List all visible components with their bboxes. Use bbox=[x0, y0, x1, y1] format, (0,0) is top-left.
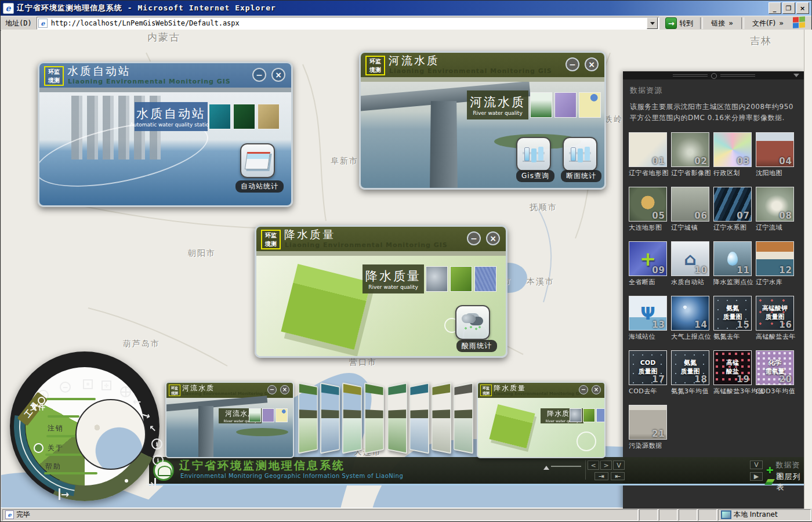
resource-item[interactable]: 化学 需氧量20COD3年均值 bbox=[756, 350, 794, 396]
carousel-collapse-button[interactable]: V bbox=[613, 461, 625, 470]
layout-left-button[interactable]: ⇤ bbox=[611, 472, 625, 480]
resource-item[interactable]: 21污染源数据 bbox=[629, 405, 667, 450]
resource-item[interactable]: 14大气上报点位 bbox=[671, 296, 709, 341]
restore-button[interactable]: ❐ bbox=[782, 2, 795, 14]
thumbnail[interactable] bbox=[583, 408, 595, 422]
resource-item[interactable]: 高锰酸钾 质量图16高锰酸盐去年 bbox=[756, 296, 794, 341]
resource-item[interactable]: 03行政区划 bbox=[713, 132, 752, 177]
page-scrollbar[interactable] bbox=[804, 30, 812, 509]
exit-icon[interactable]: → bbox=[59, 488, 69, 500]
ring-tool-menu[interactable]: 工具 + − ⌗ ✣ ← → ↖ i i → → 文件 注销 关于 帮助 bbox=[10, 351, 160, 501]
thumbnail[interactable] bbox=[596, 408, 606, 422]
card-close-button[interactable]: × bbox=[280, 385, 289, 394]
panel-river-water-quality[interactable]: 环监境测 河流水质 Liaoning Environmental Monitor… bbox=[359, 51, 606, 190]
thumbnail[interactable] bbox=[450, 266, 472, 292]
panel-header[interactable]: 环监境测 降水质量 Liaoning Environmental Monitor… bbox=[256, 227, 506, 251]
card-minimize-button[interactable]: − bbox=[267, 385, 277, 394]
resource-item[interactable]: 氨氮 质量图18氨氮3年均值 bbox=[671, 350, 709, 396]
carousel-card-precipitation[interactable]: 环监境测 降水质量 Liaoning Environmental Monitor… bbox=[477, 382, 606, 458]
gis-query-button[interactable] bbox=[516, 137, 551, 172]
carousel-mini-card[interactable] bbox=[298, 382, 318, 454]
ring-menu-file[interactable]: 文件 bbox=[30, 403, 46, 412]
resource-item[interactable]: +09全省断面 bbox=[629, 241, 667, 287]
info-icon[interactable]: i bbox=[151, 438, 162, 449]
carousel-mini-card[interactable] bbox=[432, 382, 451, 454]
pointer-icon[interactable]: ↖ bbox=[149, 423, 157, 434]
resource-item[interactable]: 04沈阳地图 bbox=[756, 132, 794, 177]
resource-item[interactable]: 高锰 酸盐19高锰酸盐3年均值 bbox=[713, 350, 752, 396]
carousel-mini-card[interactable] bbox=[320, 382, 340, 454]
thumbnail[interactable] bbox=[262, 408, 274, 422]
close-button[interactable]: × bbox=[796, 2, 809, 14]
address-dropdown-button[interactable] bbox=[647, 17, 658, 29]
minimize-button[interactable]: _ bbox=[768, 2, 781, 14]
carousel-next-button[interactable]: > bbox=[600, 461, 612, 470]
identify-icon[interactable]: i bbox=[153, 455, 164, 466]
panel-close-button[interactable]: × bbox=[486, 231, 500, 245]
links-menu[interactable]: 链接 » bbox=[706, 19, 738, 28]
sidebar-collapse-icon[interactable] bbox=[793, 74, 799, 80]
thumbnail[interactable] bbox=[249, 408, 261, 422]
go-button[interactable]: → 转到 bbox=[662, 17, 697, 30]
panel-close-button[interactable]: × bbox=[271, 68, 285, 82]
thumbnail[interactable] bbox=[426, 266, 448, 292]
resource-item[interactable]: 01辽宁省地形图 bbox=[629, 132, 667, 177]
panel-header[interactable]: 环监境测 河流水质 Liaoning Environmental Monitor… bbox=[361, 53, 604, 77]
resource-item[interactable]: COD 质量图17COD去年 bbox=[629, 350, 667, 396]
map-viewport[interactable]: 内蒙古 吉林 铁岭市 阜新市 抚顺市 朝阳市 辽阳市 本溪市 葫芦岛市 营口市 … bbox=[1, 30, 812, 509]
carousel-mini-card[interactable] bbox=[387, 382, 407, 454]
acid-rain-stats-button[interactable] bbox=[455, 305, 490, 340]
panel-minimize-button[interactable]: − bbox=[566, 57, 579, 71]
auto-station-stats-button[interactable] bbox=[240, 143, 275, 178]
zoom-out-icon[interactable]: − bbox=[60, 382, 71, 393]
section-stats-button[interactable] bbox=[563, 137, 597, 172]
panel-minimize-button[interactable]: − bbox=[252, 68, 266, 82]
resource-item[interactable]: 06辽宁城镇 bbox=[671, 187, 709, 232]
resource-item[interactable]: 11降水监测点位 bbox=[713, 241, 752, 287]
carousel-card-river[interactable]: 环监境测 河流水质 Liaoning Environmental Monitor… bbox=[165, 382, 294, 458]
resource-item[interactable]: 02辽宁省影像图 bbox=[671, 132, 709, 177]
panel-precipitation-quality[interactable]: 环监境测 降水质量 Liaoning Environmental Monitor… bbox=[255, 225, 507, 358]
sidebar-handle[interactable] bbox=[623, 71, 805, 79]
thumbnail[interactable] bbox=[258, 104, 280, 129]
ring-menu-logout[interactable]: 注销 bbox=[48, 423, 64, 433]
fullscreen-icon[interactable]: ✣ bbox=[102, 380, 111, 390]
thumbnail[interactable] bbox=[570, 408, 582, 422]
resource-item[interactable]: Ψ13海域站位 bbox=[629, 296, 667, 341]
carousel-slider-handle[interactable] bbox=[543, 463, 549, 470]
thumbnail[interactable] bbox=[530, 92, 552, 118]
panel-minimize-button[interactable]: − bbox=[467, 231, 481, 245]
layout-right-button[interactable]: ⇥ bbox=[594, 472, 608, 480]
carousel-mini-card[interactable] bbox=[409, 382, 429, 454]
thumbnail[interactable] bbox=[276, 408, 288, 422]
resource-item[interactable]: ⌂10水质自动站 bbox=[671, 241, 709, 287]
sidebar-collapse-button[interactable]: V bbox=[750, 461, 763, 469]
carousel-mini-card[interactable] bbox=[364, 382, 384, 454]
carousel-mini-card[interactable] bbox=[454, 382, 473, 454]
layer-list-expand-button[interactable]: ▶ bbox=[750, 472, 763, 481]
back-arrow-icon[interactable]: ← bbox=[133, 396, 141, 407]
ring-slider-knob[interactable] bbox=[34, 443, 44, 453]
layer-list-toggle[interactable]: 图层列表 bbox=[766, 472, 805, 492]
thumbnail[interactable] bbox=[233, 104, 255, 129]
panel-water-auto-station[interactable]: 环监境测 水质自动站 Liaoning Environmental Monito… bbox=[38, 61, 293, 207]
next-panel-icon[interactable]: → bbox=[146, 478, 156, 490]
carousel-slider-track[interactable] bbox=[551, 466, 581, 467]
full-extent-icon[interactable]: ⌗ bbox=[83, 379, 93, 389]
carousel-prev-button[interactable]: < bbox=[588, 461, 599, 470]
file-menu[interactable]: 文件(F) » bbox=[748, 19, 788, 28]
panel-close-button[interactable]: × bbox=[585, 57, 599, 71]
panel-header[interactable]: 环监境测 水质自动站 Liaoning Environmental Monito… bbox=[39, 63, 291, 88]
globe-icon[interactable] bbox=[120, 386, 131, 397]
thumbnail[interactable] bbox=[554, 92, 577, 118]
resource-item[interactable]: 12辽宁水库 bbox=[756, 241, 794, 287]
resource-item[interactable]: 氨氮 质量图15氨氮去年 bbox=[713, 296, 752, 341]
resource-item[interactable]: 08辽宁流域 bbox=[756, 187, 794, 232]
card-close-button[interactable]: × bbox=[592, 385, 601, 394]
thumbnail[interactable] bbox=[579, 92, 601, 118]
address-input[interactable] bbox=[50, 19, 645, 28]
carousel-mini-card[interactable] bbox=[342, 382, 362, 454]
card-minimize-button[interactable]: − bbox=[579, 385, 588, 394]
resource-item[interactable]: 05大连地形图 bbox=[629, 187, 667, 232]
ring-menu-about[interactable]: 关于 bbox=[48, 443, 64, 453]
